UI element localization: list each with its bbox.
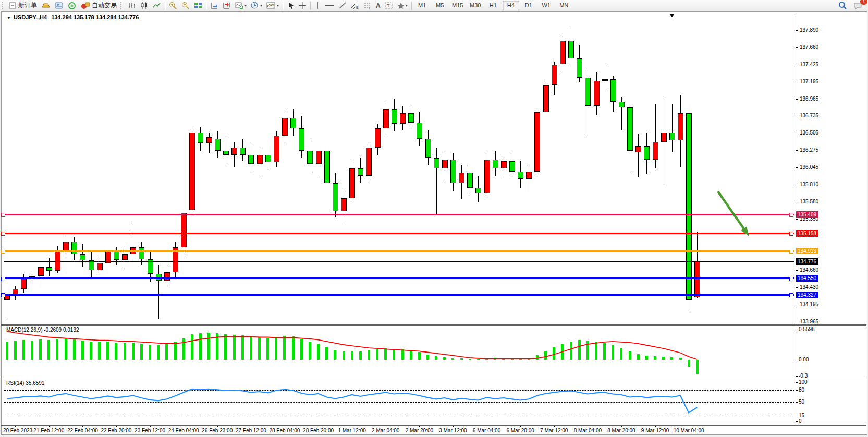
text-label-button[interactable]: T	[383, 0, 395, 11]
fibonacci-button[interactable]: F	[361, 0, 374, 11]
new-order-button[interactable]: 新订单	[7, 0, 39, 11]
timeframe-button-d1[interactable]: D1	[520, 1, 537, 10]
cursor-button[interactable]	[285, 0, 296, 11]
candle[interactable]	[324, 151, 330, 184]
tile-windows-button[interactable]	[192, 0, 204, 11]
candle[interactable]	[526, 172, 532, 179]
candle[interactable]	[198, 133, 203, 143]
candle[interactable]	[333, 183, 338, 211]
candle[interactable]	[585, 78, 591, 106]
candle[interactable]	[358, 168, 363, 176]
candle[interactable]	[257, 155, 263, 164]
candle[interactable]	[248, 155, 254, 164]
candle[interactable]	[661, 133, 667, 142]
candle[interactable]	[223, 151, 229, 155]
candle[interactable]	[408, 113, 414, 122]
signals-button[interactable]	[66, 0, 79, 11]
candle[interactable]	[669, 133, 675, 140]
zoom-out-button[interactable]	[179, 0, 192, 11]
timeframe-button-h1[interactable]: H1	[485, 1, 502, 10]
search-button[interactable]	[836, 0, 849, 11]
level-handle[interactable]	[1, 213, 5, 217]
templates-button[interactable]: ▾	[264, 0, 281, 11]
level-handle[interactable]	[789, 232, 793, 236]
candle[interactable]	[290, 118, 296, 128]
timeframe-button-m1[interactable]: M1	[414, 1, 431, 10]
candle[interactable]	[602, 79, 608, 81]
timeframe-button-w1[interactable]: W1	[538, 1, 555, 10]
candle[interactable]	[299, 128, 304, 151]
auto-scroll-button[interactable]	[208, 0, 221, 11]
timeframe-button-mn[interactable]: MN	[556, 1, 572, 10]
candle[interactable]	[89, 260, 94, 270]
notifications-button[interactable]: 1	[851, 0, 865, 11]
candle[interactable]	[509, 161, 515, 172]
candle[interactable]	[594, 81, 600, 106]
candle[interactable]	[644, 146, 650, 160]
level-handle[interactable]	[789, 213, 793, 217]
autotrade-button[interactable]: 自动交易	[79, 0, 119, 11]
level-handle[interactable]	[789, 293, 793, 297]
candle[interactable]	[46, 267, 52, 271]
candle[interactable]	[341, 198, 347, 212]
candle[interactable]	[366, 148, 372, 176]
market-watch-button[interactable]	[53, 0, 66, 11]
candle[interactable]	[417, 123, 422, 139]
candle[interactable]	[627, 107, 633, 151]
periods-button[interactable]: ▾	[249, 0, 264, 11]
add-indicator-button[interactable]: ▾	[233, 0, 249, 11]
candle[interactable]	[543, 85, 549, 112]
candle[interactable]	[459, 173, 464, 183]
horizontal-line-button[interactable]	[323, 0, 336, 11]
candle[interactable]	[215, 139, 221, 151]
candle[interactable]	[265, 155, 271, 162]
candle[interactable]	[316, 151, 322, 164]
price-level-line[interactable]	[4, 250, 794, 252]
timeframe-button-h4[interactable]: H4	[503, 1, 519, 10]
price-level-line[interactable]	[4, 261, 794, 262]
timeframe-button-m30[interactable]: M30	[467, 1, 484, 10]
arrows-button[interactable]: ▾	[395, 0, 410, 11]
candle[interactable]	[450, 160, 456, 184]
candle[interactable]	[577, 58, 582, 78]
candle[interactable]	[375, 128, 381, 148]
candle[interactable]	[475, 188, 481, 193]
candle[interactable]	[484, 160, 490, 194]
timeframe-button-m15[interactable]: M15	[449, 1, 466, 10]
level-handle[interactable]	[1, 293, 5, 297]
price-level-line[interactable]	[4, 233, 794, 234]
candle[interactable]	[383, 109, 389, 128]
level-handle[interactable]	[1, 277, 5, 281]
line-chart-button[interactable]	[151, 0, 163, 11]
candle[interactable]	[71, 242, 77, 254]
price-level-line[interactable]	[4, 294, 794, 296]
candlestick-chart-button[interactable]	[138, 0, 151, 11]
level-handle[interactable]	[789, 277, 793, 281]
candle[interactable]	[552, 65, 557, 86]
candle[interactable]	[349, 168, 355, 198]
candle[interactable]	[307, 151, 313, 164]
candle[interactable]	[231, 148, 237, 155]
chart-shift-button[interactable]	[221, 0, 233, 11]
candle[interactable]	[189, 133, 195, 210]
candle[interactable]	[139, 247, 144, 259]
candle[interactable]	[467, 173, 473, 187]
candle[interactable]	[425, 139, 431, 158]
candle[interactable]	[635, 146, 641, 152]
chart-shift-marker-icon[interactable]	[669, 14, 675, 17]
candle[interactable]	[97, 263, 103, 270]
candle[interactable]	[678, 113, 683, 140]
bar-chart-button[interactable]	[126, 0, 138, 11]
candle[interactable]	[29, 276, 35, 277]
trendline-button[interactable]	[336, 0, 349, 11]
level-handle[interactable]	[1, 250, 5, 254]
candle[interactable]	[63, 242, 69, 251]
candle[interactable]	[493, 160, 498, 168]
candle[interactable]	[501, 161, 507, 168]
candle[interactable]	[400, 113, 406, 124]
candle[interactable]	[518, 172, 523, 179]
candle[interactable]	[442, 160, 448, 168]
gold-button[interactable]	[39, 0, 53, 11]
level-handle[interactable]	[1, 232, 5, 236]
price-level-line[interactable]	[4, 277, 794, 279]
